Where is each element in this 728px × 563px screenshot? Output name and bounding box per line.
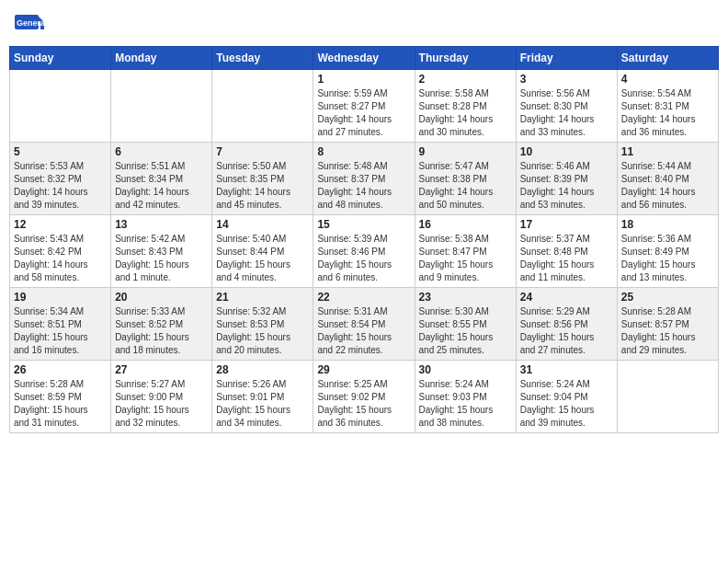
day-info: Sunrise: 5:24 AM Sunset: 9:04 PM Dayligh… [520, 378, 613, 430]
day-number: 2 [419, 73, 512, 86]
day-info: Sunrise: 5:50 AM Sunset: 8:35 PM Dayligh… [216, 160, 309, 212]
table-row: 6Sunrise: 5:51 AM Sunset: 8:34 PM Daylig… [111, 143, 212, 215]
day-info: Sunrise: 5:38 AM Sunset: 8:47 PM Dayligh… [419, 233, 512, 284]
table-row: 9Sunrise: 5:47 AM Sunset: 8:38 PM Daylig… [415, 143, 516, 215]
day-header-sunday: Sunday [10, 47, 111, 70]
table-row: 1Sunrise: 5:59 AM Sunset: 8:27 PM Daylig… [313, 70, 415, 143]
header: General [9, 9, 719, 39]
day-info: Sunrise: 5:39 AM Sunset: 8:46 PM Dayligh… [317, 233, 410, 284]
table-row: 19Sunrise: 5:34 AM Sunset: 8:51 PM Dayli… [10, 288, 111, 361]
day-number: 4 [621, 73, 714, 86]
day-header-monday: Monday [111, 47, 212, 70]
day-number: 15 [317, 218, 410, 231]
day-info: Sunrise: 5:42 AM Sunset: 8:43 PM Dayligh… [115, 233, 208, 284]
day-number: 27 [115, 363, 208, 376]
day-number: 20 [115, 291, 208, 304]
day-info: Sunrise: 5:29 AM Sunset: 8:56 PM Dayligh… [520, 305, 613, 357]
table-row: 10Sunrise: 5:46 AM Sunset: 8:39 PM Dayli… [516, 143, 617, 215]
day-number: 22 [317, 291, 410, 304]
day-info: Sunrise: 5:25 AM Sunset: 9:02 PM Dayligh… [317, 378, 410, 430]
day-info: Sunrise: 5:51 AM Sunset: 8:34 PM Dayligh… [115, 160, 208, 212]
table-row [212, 70, 313, 143]
table-row [617, 361, 718, 433]
table-row: 18Sunrise: 5:36 AM Sunset: 8:49 PM Dayli… [617, 215, 718, 288]
day-info: Sunrise: 5:48 AM Sunset: 8:37 PM Dayligh… [317, 160, 410, 212]
table-row [10, 70, 111, 143]
table-row [111, 70, 212, 143]
calendar: SundayMondayTuesdayWednesdayThursdayFrid… [9, 46, 719, 433]
day-number: 30 [419, 363, 512, 376]
day-number: 29 [317, 363, 410, 376]
table-row: 24Sunrise: 5:29 AM Sunset: 8:56 PM Dayli… [516, 288, 617, 361]
table-row: 21Sunrise: 5:32 AM Sunset: 8:53 PM Dayli… [212, 288, 313, 361]
calendar-week-3: 12Sunrise: 5:43 AM Sunset: 8:42 PM Dayli… [10, 215, 719, 288]
table-row: 14Sunrise: 5:40 AM Sunset: 8:44 PM Dayli… [212, 215, 313, 288]
logo: General [15, 13, 44, 35]
table-row: 15Sunrise: 5:39 AM Sunset: 8:46 PM Dayli… [313, 215, 415, 288]
day-info: Sunrise: 5:54 AM Sunset: 8:31 PM Dayligh… [621, 87, 714, 139]
table-row: 5Sunrise: 5:53 AM Sunset: 8:32 PM Daylig… [10, 143, 111, 215]
day-number: 5 [14, 145, 107, 158]
day-info: Sunrise: 5:27 AM Sunset: 9:00 PM Dayligh… [115, 378, 208, 430]
table-row: 26Sunrise: 5:28 AM Sunset: 8:59 PM Dayli… [10, 361, 111, 433]
calendar-week-5: 26Sunrise: 5:28 AM Sunset: 8:59 PM Dayli… [10, 361, 719, 433]
day-number: 1 [317, 73, 410, 86]
table-row: 4Sunrise: 5:54 AM Sunset: 8:31 PM Daylig… [617, 70, 718, 143]
day-number: 28 [216, 363, 309, 376]
table-row: 20Sunrise: 5:33 AM Sunset: 8:52 PM Dayli… [111, 288, 212, 361]
day-info: Sunrise: 5:58 AM Sunset: 8:28 PM Dayligh… [419, 87, 512, 139]
table-row: 29Sunrise: 5:25 AM Sunset: 9:02 PM Dayli… [313, 361, 415, 433]
day-info: Sunrise: 5:33 AM Sunset: 8:52 PM Dayligh… [115, 305, 208, 357]
day-info: Sunrise: 5:26 AM Sunset: 9:01 PM Dayligh… [216, 378, 309, 430]
day-number: 6 [115, 145, 208, 158]
day-info: Sunrise: 5:24 AM Sunset: 9:03 PM Dayligh… [419, 378, 512, 430]
day-number: 9 [419, 145, 512, 158]
day-number: 17 [520, 218, 613, 231]
day-number: 21 [216, 291, 309, 304]
table-row: 3Sunrise: 5:56 AM Sunset: 8:30 PM Daylig… [516, 70, 617, 143]
table-row: 13Sunrise: 5:42 AM Sunset: 8:43 PM Dayli… [111, 215, 212, 288]
day-info: Sunrise: 5:43 AM Sunset: 8:42 PM Dayligh… [14, 233, 107, 284]
day-info: Sunrise: 5:47 AM Sunset: 8:38 PM Dayligh… [419, 160, 512, 212]
day-info: Sunrise: 5:34 AM Sunset: 8:51 PM Dayligh… [14, 305, 107, 357]
day-info: Sunrise: 5:28 AM Sunset: 8:59 PM Dayligh… [14, 378, 107, 430]
calendar-week-4: 19Sunrise: 5:34 AM Sunset: 8:51 PM Dayli… [10, 288, 719, 361]
day-number: 14 [216, 218, 309, 231]
table-row: 25Sunrise: 5:28 AM Sunset: 8:57 PM Dayli… [617, 288, 718, 361]
table-row: 17Sunrise: 5:37 AM Sunset: 8:48 PM Dayli… [516, 215, 617, 288]
day-info: Sunrise: 5:44 AM Sunset: 8:40 PM Dayligh… [621, 160, 714, 212]
table-row: 12Sunrise: 5:43 AM Sunset: 8:42 PM Dayli… [10, 215, 111, 288]
day-number: 31 [520, 363, 613, 376]
table-row: 31Sunrise: 5:24 AM Sunset: 9:04 PM Dayli… [516, 361, 617, 433]
calendar-week-2: 5Sunrise: 5:53 AM Sunset: 8:32 PM Daylig… [10, 143, 719, 215]
day-number: 11 [621, 145, 714, 158]
table-row: 7Sunrise: 5:50 AM Sunset: 8:35 PM Daylig… [212, 143, 313, 215]
day-number: 25 [621, 291, 714, 304]
table-row: 28Sunrise: 5:26 AM Sunset: 9:01 PM Dayli… [212, 361, 313, 433]
day-number: 19 [14, 291, 107, 304]
day-number: 13 [115, 218, 208, 231]
day-info: Sunrise: 5:30 AM Sunset: 8:55 PM Dayligh… [419, 305, 512, 357]
day-info: Sunrise: 5:53 AM Sunset: 8:32 PM Dayligh… [14, 160, 107, 212]
table-row: 23Sunrise: 5:30 AM Sunset: 8:55 PM Dayli… [415, 288, 516, 361]
day-number: 16 [419, 218, 512, 231]
day-number: 12 [14, 218, 107, 231]
logo-icon: General [15, 13, 44, 33]
day-number: 26 [14, 363, 107, 376]
header-row: SundayMondayTuesdayWednesdayThursdayFrid… [10, 47, 719, 70]
day-info: Sunrise: 5:31 AM Sunset: 8:54 PM Dayligh… [317, 305, 410, 357]
table-row: 8Sunrise: 5:48 AM Sunset: 8:37 PM Daylig… [313, 143, 415, 215]
day-info: Sunrise: 5:37 AM Sunset: 8:48 PM Dayligh… [520, 233, 613, 284]
calendar-week-1: 1Sunrise: 5:59 AM Sunset: 8:27 PM Daylig… [10, 70, 719, 143]
day-header-saturday: Saturday [617, 47, 718, 70]
day-header-wednesday: Wednesday [313, 47, 415, 70]
day-info: Sunrise: 5:46 AM Sunset: 8:39 PM Dayligh… [520, 160, 613, 212]
table-row: 22Sunrise: 5:31 AM Sunset: 8:54 PM Dayli… [313, 288, 415, 361]
table-row: 11Sunrise: 5:44 AM Sunset: 8:40 PM Dayli… [617, 143, 718, 215]
table-row: 27Sunrise: 5:27 AM Sunset: 9:00 PM Dayli… [111, 361, 212, 433]
day-header-friday: Friday [516, 47, 617, 70]
day-number: 18 [621, 218, 714, 231]
day-info: Sunrise: 5:56 AM Sunset: 8:30 PM Dayligh… [520, 87, 613, 139]
day-number: 23 [419, 291, 512, 304]
table-row: 2Sunrise: 5:58 AM Sunset: 8:28 PM Daylig… [415, 70, 516, 143]
